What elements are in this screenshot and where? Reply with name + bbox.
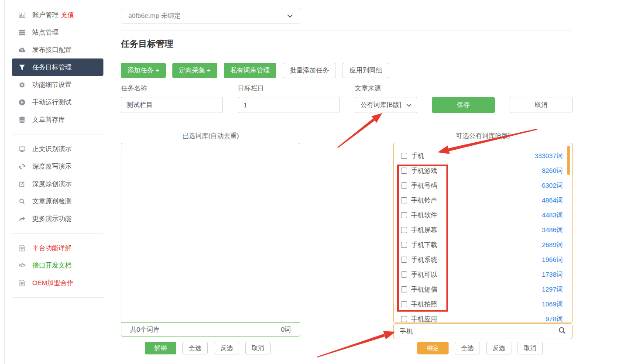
sidebar-item-more-demos[interactable]: 更多演示功能 [12,210,103,227]
lexicon-checkbox[interactable] [401,271,407,278]
database-icon [17,116,26,124]
page-left-border [4,0,5,364]
sidebar-item-api-docs[interactable]: </> 接口开发文档 [12,257,103,274]
code-icon: </> [17,261,26,269]
sidebar-item-deep-rewrite-demo[interactable]: 深度改写演示 [12,158,103,175]
header-divider [121,31,573,31]
chevron-down-icon [406,103,411,107]
sidebar-item-deep-original-demo[interactable]: 深度原创演示 [12,175,103,192]
share-arrow-icon [17,215,26,223]
lexicon-row[interactable]: 手机应用 978词 [394,312,572,323]
lexicon-checkbox[interactable] [401,168,407,174]
batch-add-task-button[interactable]: 批量添加任务 [283,63,336,78]
sidebar-item-function-detail[interactable]: 功能细节设置 [12,76,103,93]
select-all-button[interactable]: 全选 [455,342,480,354]
lexicon-checkbox[interactable] [401,301,407,307]
add-task-button[interactable]: 添加任务 + [121,63,166,78]
task-name-input[interactable] [121,97,223,113]
lexicon-checkbox[interactable] [401,316,407,322]
bind-button[interactable]: 绑定 [417,342,449,354]
invert-selection-button[interactable]: 反选 [214,342,239,354]
sidebar-item-label: 文章原创检测 [32,197,72,206]
sidebar-item-article-store[interactable]: 文章暂存库 [12,111,103,128]
toolbar: 添加任务 + 定向采集 + 私有词库管理 批量添加任务 应用到同组 [121,63,389,78]
site-select-value: a0fb6e.mp 未绑定 [128,12,181,20]
lexicon-checkbox[interactable] [401,286,407,292]
sidebar-item-oem[interactable]: OEM加盟合作 [12,274,103,292]
invert-selection-button[interactable]: 反选 [486,342,511,354]
sidebar-item-label: 发布接口配置 [32,46,72,54]
sidebar-item-content-recognition-demo[interactable]: 正文识别演示 [12,140,103,158]
sidebar-item-label: 平台功能详解 [32,244,72,252]
sidebar-item-account[interactable]: 账户管理 充值 [12,6,103,24]
lexicon-row[interactable]: 手机系统 1966词 [394,252,572,267]
lexicon-row[interactable]: 手机下载 2689词 [394,237,572,252]
select-all-button[interactable]: 全选 [182,342,208,354]
lexicon-checkbox[interactable] [401,197,407,203]
lexicon-row[interactable]: 手机拍照 1069词 [394,297,572,312]
lexicon-row[interactable]: 手机屏幕 3486词 [394,223,572,237]
lexicon-checkbox[interactable] [401,212,407,218]
sidebar-item-label: 任务目标管理 [32,63,72,72]
lexicon-row[interactable]: 手机软件 4483词 [394,208,572,223]
lexicon-word-count: 1738词 [542,271,563,279]
directed-collect-button[interactable]: 定向采集 + [172,63,217,78]
lexicon-name: 手机铃声 [411,196,437,205]
lexicon-checkbox[interactable] [401,182,407,189]
lexicon-word-count: 1297词 [542,285,563,294]
sidebar-item-platform-guide[interactable]: 平台功能详解 [12,239,103,257]
search-icon [17,197,26,205]
lexicon-name: 手机可以 [411,271,437,279]
target-column-label: 目标栏目 [238,84,264,93]
lexicon-name: 手机下载 [411,241,437,249]
sidebar-item-task-target[interactable]: 任务目标管理 [12,58,103,76]
lexicon-row[interactable]: 手机游戏 8260词 [394,163,572,178]
lexicon-word-count: 333037词 [535,152,563,160]
cancel-selection-button[interactable]: 取消 [518,342,543,354]
sidebar-item-originality-check[interactable]: 文章原创检测 [12,192,103,210]
refresh-icon [17,162,26,170]
article-source-select[interactable]: 公有词库[B版] [355,97,417,113]
lexicon-checkbox[interactable] [401,227,407,233]
cancel-selection-button[interactable]: 取消 [245,342,271,354]
monitor-icon [17,145,26,153]
article-source-label: 文章来源 [355,84,381,93]
site-select-dropdown[interactable]: a0fb6e.mp 未绑定 [121,8,300,24]
lexicon-list: 手机 333037词 手机游戏 8260词 手机号码 6302词 手机铃声 48… [394,143,572,323]
cancel-button[interactable]: 取消 [510,97,573,113]
save-button[interactable]: 保存 [432,97,495,113]
selected-lexicon-footer: 共0个词库 0词 [121,322,300,337]
lexicon-checkbox[interactable] [401,257,407,263]
lexicon-name: 手机拍照 [411,300,437,309]
private-lexicon-button[interactable]: 私有词库管理 [224,63,276,78]
sidebar-item-sites[interactable]: 站点管理 [12,24,103,41]
target-column-input[interactable] [238,97,339,113]
lexicon-search-box [393,323,573,339]
magnifier-icon [558,326,566,336]
lexicon-search-input[interactable] [400,328,558,335]
lexicon-row[interactable]: 手机短信 1297词 [394,282,572,297]
sidebar-item-label: 深度原创演示 [32,180,72,188]
available-lexicon-panel: 手机 333037词 手机游戏 8260词 手机号码 6302词 手机铃声 48… [393,143,573,323]
lexicon-row[interactable]: 手机号码 6302词 [394,178,572,193]
lexicon-word-count: 978词 [545,315,563,323]
article-source-value: 公有词库[B版] [360,101,401,109]
lexicon-name: 手机应用 [411,315,437,323]
lexicon-word-count: 3486词 [542,226,563,234]
sidebar-item-manual-run[interactable]: 手动运行测试 [12,93,103,111]
sidebar-item-publish-api[interactable]: 发布接口配置 [12,41,103,58]
lexicon-row[interactable]: 手机铃声 4864词 [394,193,572,208]
lexicon-checkbox[interactable] [401,153,407,159]
lexicon-row[interactable]: 手机可以 1738词 [394,267,572,282]
apply-to-group-button[interactable]: 应用到同组 [343,63,389,78]
selected-lexicon-panel-title: 已选词库(自动去重) [121,132,300,140]
edit-icon [17,180,26,188]
scrollbar-thumb[interactable] [567,146,570,175]
lexicon-name: 手机 [411,152,424,160]
lexicon-checkbox[interactable] [401,242,407,248]
recharge-badge[interactable]: 充值 [61,11,74,19]
lexicon-name: 手机屏幕 [411,226,437,234]
unbind-button[interactable]: 解绑 [145,342,176,354]
lexicon-total-count: 共0个词库 [130,326,160,334]
lexicon-row[interactable]: 手机 333037词 [394,148,572,163]
